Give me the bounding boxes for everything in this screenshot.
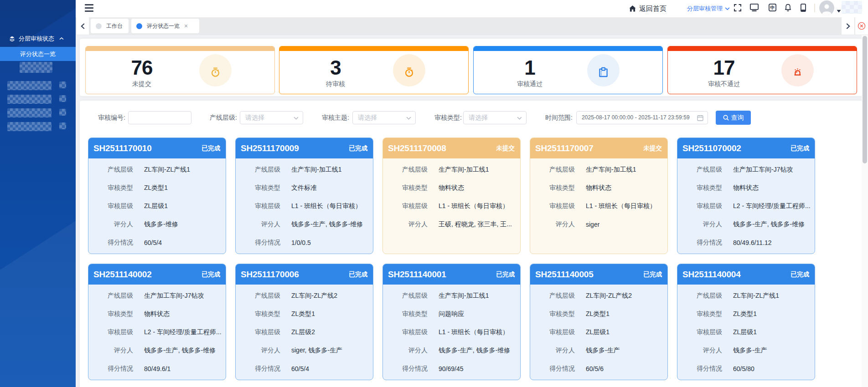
svg-text:中: 中 <box>770 5 775 10</box>
